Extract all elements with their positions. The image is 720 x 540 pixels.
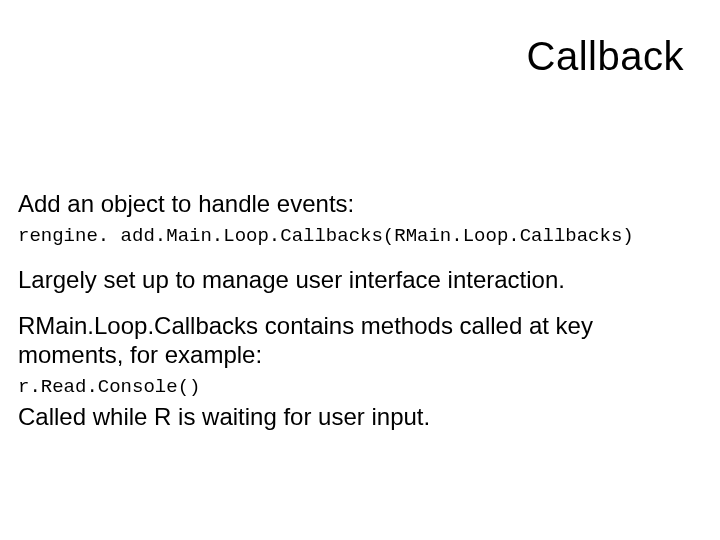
slide-body: Add an object to handle events: rengine.… — [18, 190, 690, 438]
paragraph-called: Called while R is waiting for user input… — [18, 403, 690, 432]
paragraph-intro: Add an object to handle events: — [18, 190, 690, 219]
code-line-2: r.Read.Console() — [18, 376, 690, 399]
code-line-1: rengine. add.Main.Loop.Callbacks(RMain.L… — [18, 225, 690, 248]
slide: Callback Add an object to handle events:… — [0, 0, 720, 540]
paragraph-largely: Largely set up to manage user interface … — [18, 266, 690, 295]
paragraph-methods: RMain.Loop.Callbacks contains methods ca… — [18, 312, 690, 370]
slide-title: Callback — [527, 34, 684, 79]
